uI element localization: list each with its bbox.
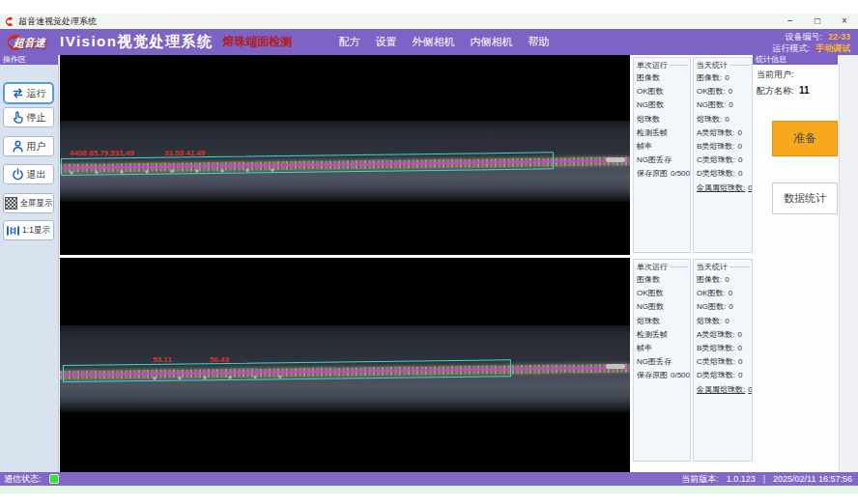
device-no-label: 设备编号: [785,31,822,42]
strip-highlight [606,364,625,369]
camera-view-inner[interactable]: 53.11 56.43 [60,258,630,472]
one-to-one-display-button[interactable]: 1:1显示 [3,220,54,240]
one-to-one-display-label: 1:1显示 [22,225,50,237]
stat-rows: 图像数:0OK图数:0NG图数:0熔珠数:0A类熔珠数:0B类熔珠数:0C类熔珠… [694,70,752,195]
header-info: 设备编号: 22-33 运行模式: 手动调试 [772,31,850,54]
measurement-annotation: 53.11 [153,355,172,364]
brand-logo: 超音速 [2,30,56,55]
datetime-value: 2025/02/11 16:57:56 [773,474,852,484]
stat-row: B类熔珠数:0 [694,140,752,154]
run-button-label: 运行 [27,87,46,100]
run-mode-label: 运行模式: [772,42,810,54]
stat-row: 图像数 [634,71,690,85]
window-title: 超音速视觉处理系统 [18,15,97,28]
measurement-annotation: 56.43 [210,355,229,364]
restore-icon[interactable]: □ [804,14,831,29]
menu-item[interactable]: 内侧相机 [470,35,512,49]
today-stats-bottom: 当天统计 图像数:0OK图数:0NG图数:0熔珠数:0A类熔珠数:0B类熔珠数:… [693,259,753,462]
app-logo-icon [4,16,14,27]
status-bar-right: 当前版本: 1.0.123 | 2025/02/11 16:57:56 [681,473,852,486]
fullscreen-display-button[interactable]: 全屏显示 [3,193,54,213]
stat-row: 保存原图0/500 [634,369,690,382]
stat-row: 帧率 [634,342,690,355]
stop-button[interactable]: 停止 [3,107,54,127]
brand-logo-text: 超音速 [14,36,45,50]
groupbox-caption: 当天统计 [694,260,752,272]
stat-row: NG图数:0 [694,300,752,314]
stat-row: 图像数 [634,273,690,287]
version-value: 1.0.123 [727,474,756,484]
recipe-name-label: 配方名称: [757,86,794,96]
version-label: 当前版本: [681,473,719,486]
app-header: 超音速 IVision视觉处理系统 熔珠端面检测 配方设置外侧相机内侧相机帮助 … [0,29,858,55]
stat-row: NG图数:0 [694,98,752,112]
today-stats-top: 当天统计 图像数:0OK图数:0NG图数:0熔珠数:0A类熔珠数:0B类熔珠数:… [693,57,753,253]
stat-row: 熔珠数 [634,315,690,328]
one-to-one-icon [7,226,19,236]
menu-item[interactable]: 设置 [375,35,396,49]
measurement-annotation: 31.53 41.49 [164,149,205,157]
stop-button-label: 停止 [27,111,46,125]
stat-row: NG图丢存 [634,154,690,167]
stat-row: 金属屑熔珠数:0 [694,383,752,397]
current-user-label: 当前用户: [757,70,794,79]
stat-row: D类熔珠数:0 [694,369,752,382]
stat-row: NG图数 [634,98,690,112]
comm-status-label: 通信状态: [4,473,42,486]
user-button-label: 用户 [27,140,46,154]
stat-row: C类熔珠数:0 [694,154,752,167]
stat-row: 熔珠数:0 [694,113,752,126]
app-subtitle: 熔珠端面检测 [222,34,292,50]
groupbox-caption: 当天统计 [694,58,752,70]
stat-rows: 图像数:0OK图数:0NG图数:0熔珠数:0A类熔珠数:0B类熔珠数:0C类熔珠… [694,272,752,397]
groupbox-caption: 单次运行 [634,58,690,70]
data-stats-button[interactable]: 数据统计 [772,182,838,214]
info-panel-title: 统计信息 [753,55,838,65]
camera-view-outer[interactable]: 4498 85.79,531.49 31.53 41.49 [60,55,630,255]
menu-item[interactable]: 配方 [338,35,359,49]
user-button[interactable]: 用户 [3,136,54,156]
groupbox-caption: 单次运行 [634,260,690,272]
prepare-button[interactable]: 准备 [772,121,838,156]
stat-rows: 图像数OK图数NG图数熔珠数检测丢帧帧率NG图丢存保存原图0/500 [634,70,690,182]
stat-row: 检测丢帧 [634,126,690,140]
exit-button[interactable]: 退出 [3,164,54,184]
user-icon [12,140,24,153]
close-icon[interactable]: × [831,14,858,29]
single-run-stats-top: 单次运行 图像数OK图数NG图数熔珠数检测丢帧帧率NG图丢存保存原图0/500 [633,57,691,253]
stat-row: NG图数 [634,300,690,314]
sidebar-title: 操作区 [0,55,58,65]
titlebar: 超音速视觉处理系统 − □ × [0,14,858,30]
stat-row: A类熔珠数:0 [694,328,752,342]
run-button[interactable]: 运行 [3,82,54,104]
stat-row: OK图数 [634,287,690,300]
menu-item[interactable]: 帮助 [528,35,549,49]
stat-row: OK图数 [634,85,690,98]
window-controls: − □ × [777,14,858,29]
stat-row: 保存原图0/500 [634,167,690,181]
measurement-annotation: 4498 85.79,531.49 [70,149,134,157]
status-bar: 通信状态: 当前版本: 1.0.123 | 2025/02/11 16:57:5… [0,472,858,486]
stat-row: 检测丢帧 [634,328,690,342]
stat-row: OK图数:0 [694,287,752,300]
comm-status-led-green [49,474,59,484]
menu-item[interactable]: 外侧相机 [412,35,454,49]
stat-row: 图像数:0 [694,273,752,287]
info-card: 当前用户: 配方名称: 11 准备 数据统计 [753,65,840,472]
stat-row: 金属屑熔珠数:0 [694,182,752,195]
fullscreen-display-label: 全屏显示 [20,198,53,210]
app-title: IVision视觉处理系统 [60,33,213,51]
stat-row: NG图丢存 [634,355,690,369]
stat-rows: 图像数OK图数NG图数熔珠数检测丢帧帧率NG图丢存保存原图0/500 [634,272,690,383]
taskbar-strip [0,486,858,493]
strip-highlight [606,157,625,162]
stat-row: B类熔珠数:0 [694,342,752,355]
run-mode-value: 手动调试 [815,42,850,54]
stat-row: A类熔珠数:0 [694,126,752,140]
stat-row: 熔珠数:0 [694,315,752,328]
stop-hand-icon [12,111,24,124]
stat-row: OK图数:0 [694,85,752,98]
minimize-icon[interactable]: − [777,14,804,29]
power-exit-icon [12,168,24,181]
stat-row: D类熔珠数:0 [694,167,752,181]
